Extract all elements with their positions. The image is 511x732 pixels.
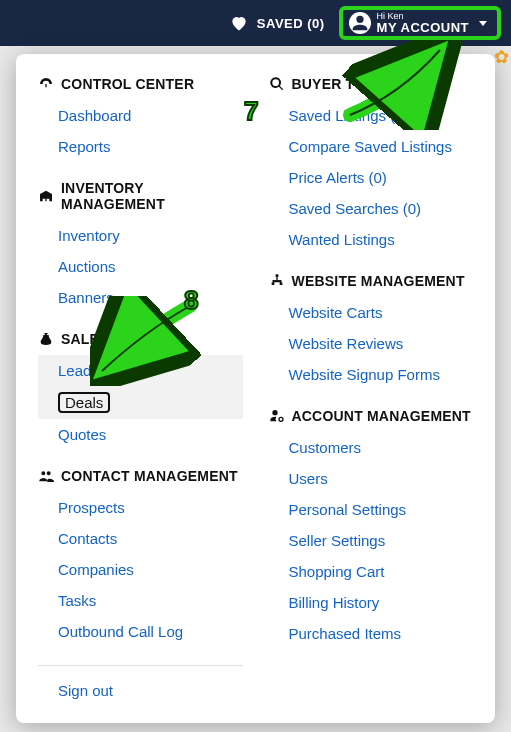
nav-website-carts[interactable]: Website Carts	[269, 297, 474, 328]
section-website-management: WEBSITE MANAGEMENT	[269, 273, 474, 289]
saved-label: SAVED (0)	[257, 16, 325, 31]
nav-banners[interactable]: Banners	[38, 282, 243, 313]
user-icon	[349, 12, 371, 34]
section-control-center: CONTROL CENTER	[38, 76, 243, 92]
dropdown-right-column: BUYER TOOLS Saved Listings (0) Compare S…	[269, 76, 474, 705]
nav-wanted-listings[interactable]: Wanted Listings	[269, 224, 474, 255]
nav-lead-activity[interactable]: Lead Activity	[38, 355, 243, 386]
nav-compare-saved-listings[interactable]: Compare Saved Listings	[269, 131, 474, 162]
user-cog-icon	[269, 408, 285, 424]
nav-reports[interactable]: Reports	[38, 131, 243, 162]
nav-companies[interactable]: Companies	[38, 554, 243, 585]
search-icon	[269, 76, 285, 92]
top-navbar: SAVED (0) Hi Ken MY ACCOUNT	[0, 0, 511, 46]
gear-icon: ✿	[494, 46, 509, 68]
users-icon	[38, 468, 54, 484]
heart-icon	[229, 13, 249, 33]
nav-inventory[interactable]: Inventory	[38, 220, 243, 251]
account-dropdown-panel: CONTROL CENTER Dashboard Reports INVENTO…	[16, 54, 495, 723]
nav-website-reviews[interactable]: Website Reviews	[269, 328, 474, 359]
saved-listings-shortcut[interactable]: SAVED (0)	[229, 13, 325, 33]
nav-shopping-cart[interactable]: Shopping Cart	[269, 556, 474, 587]
account-label: MY ACCOUNT	[377, 21, 469, 34]
nav-contacts[interactable]: Contacts	[38, 523, 243, 554]
nav-dashboard[interactable]: Dashboard	[38, 100, 243, 131]
nav-billing-history[interactable]: Billing History	[269, 587, 474, 618]
section-buyer-tools: BUYER TOOLS	[269, 76, 474, 92]
sitemap-icon	[269, 273, 285, 289]
dashboard-icon	[38, 76, 54, 92]
nav-customers[interactable]: Customers	[269, 432, 474, 463]
money-bag-icon	[38, 331, 54, 347]
divider	[38, 665, 243, 666]
nav-prospects[interactable]: Prospects	[38, 492, 243, 523]
nav-saved-listings[interactable]: Saved Listings (0)	[269, 100, 474, 131]
dropdown-left-column: CONTROL CENTER Dashboard Reports INVENTO…	[38, 76, 243, 705]
nav-seller-settings[interactable]: Seller Settings	[269, 525, 474, 556]
my-account-button[interactable]: Hi Ken MY ACCOUNT	[339, 6, 501, 40]
nav-deals[interactable]: Deals	[58, 392, 110, 413]
nav-auctions[interactable]: Auctions	[38, 251, 243, 282]
nav-price-alerts[interactable]: Price Alerts (0)	[269, 162, 474, 193]
nav-personal-settings[interactable]: Personal Settings	[269, 494, 474, 525]
account-text: Hi Ken MY ACCOUNT	[377, 12, 469, 34]
section-inventory-management: INVENTORY MANAGEMENT	[38, 180, 243, 212]
warehouse-icon	[38, 188, 54, 204]
sign-out-link[interactable]: Sign out	[38, 676, 243, 705]
nav-deals-row: Deals	[38, 386, 243, 419]
nav-outbound-call-log[interactable]: Outbound Call Log	[38, 616, 243, 647]
nav-quotes[interactable]: Quotes	[38, 419, 243, 450]
chevron-down-icon	[479, 21, 487, 26]
section-sales-desk: SALES DESK	[38, 331, 243, 347]
nav-website-signup-forms[interactable]: Website Signup Forms	[269, 359, 474, 390]
nav-tasks[interactable]: Tasks	[38, 585, 243, 616]
section-account-management: ACCOUNT MANAGEMENT	[269, 408, 474, 424]
nav-saved-searches[interactable]: Saved Searches (0)	[269, 193, 474, 224]
nav-purchased-items[interactable]: Purchased Items	[269, 618, 474, 649]
section-contact-management: CONTACT MANAGEMENT	[38, 468, 243, 484]
nav-users[interactable]: Users	[269, 463, 474, 494]
